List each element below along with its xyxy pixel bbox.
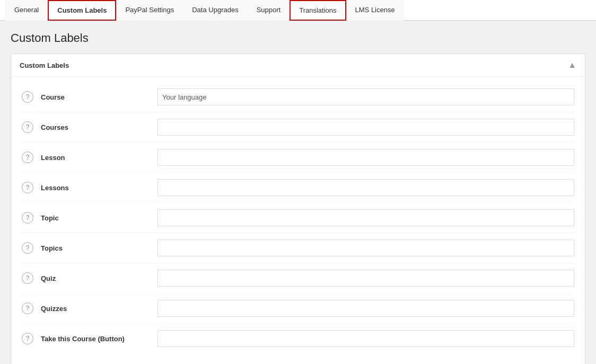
help-icon-lesson[interactable]: ? <box>22 152 33 163</box>
form-row: ?Lessons <box>22 173 574 203</box>
form-row: ?Course <box>22 82 574 112</box>
form-row: ?Topic <box>22 203 574 233</box>
tab-custom-labels[interactable]: Custom Labels <box>48 0 116 21</box>
help-icon-topic[interactable]: ? <box>22 212 33 224</box>
panel-title: Custom Labels <box>20 61 69 69</box>
panel-body: ?Course?Courses?Lesson?Lessons?Topic?Top… <box>11 77 585 364</box>
custom-labels-panel: Custom Labels ▲ ?Course?Courses?Lesson?L… <box>11 54 585 364</box>
form-row: ?Lesson <box>22 143 574 173</box>
help-icon-lessons[interactable]: ? <box>22 182 33 193</box>
form-row: ?Courses <box>22 112 574 143</box>
form-row: ?Quizzes <box>22 294 574 324</box>
collapse-icon[interactable]: ▲ <box>568 60 576 70</box>
form-row: ?Topics <box>22 233 574 263</box>
input-course[interactable] <box>157 88 574 105</box>
tab-data-upgrades[interactable]: Data Upgrades <box>183 0 247 21</box>
label-course: Course <box>41 93 157 101</box>
help-icon-quizzes[interactable]: ? <box>22 303 33 314</box>
input-topic[interactable] <box>157 209 574 226</box>
label-take-this-course: Take this Course (Button) <box>41 335 157 343</box>
page-title: Custom Labels <box>11 31 585 45</box>
help-icon-courses[interactable]: ? <box>22 121 33 133</box>
form-row: ?Quiz <box>22 263 574 294</box>
tab-paypal-settings[interactable]: PayPal Settings <box>116 0 183 21</box>
label-quizzes: Quizzes <box>41 305 157 313</box>
help-icon-course[interactable]: ? <box>22 91 33 103</box>
input-topics[interactable] <box>157 239 574 256</box>
input-quiz[interactable] <box>157 270 574 287</box>
help-icon-take-this-course[interactable]: ? <box>22 333 33 344</box>
page-content: Custom Labels Custom Labels ▲ ?Course?Co… <box>0 21 596 364</box>
tabs-bar: GeneralCustom LabelsPayPal SettingsData … <box>0 0 596 21</box>
label-lessons: Lessons <box>41 184 157 192</box>
label-topics: Topics <box>41 244 157 252</box>
tab-support[interactable]: Support <box>248 0 290 21</box>
input-take-this-course[interactable] <box>157 330 574 347</box>
tab-lms-license[interactable]: LMS License <box>346 0 404 21</box>
panel-header: Custom Labels ▲ <box>11 54 585 77</box>
label-quiz: Quiz <box>41 274 157 282</box>
label-topic: Topic <box>41 214 157 222</box>
input-quizzes[interactable] <box>157 300 574 317</box>
form-row: ?Take this Course (Button) <box>22 324 574 353</box>
input-courses[interactable] <box>157 119 574 136</box>
tab-translations[interactable]: Translations <box>290 0 346 21</box>
input-lesson[interactable] <box>157 149 574 166</box>
label-lesson: Lesson <box>41 154 157 162</box>
help-icon-quiz[interactable]: ? <box>22 272 33 284</box>
input-lessons[interactable] <box>157 179 574 196</box>
label-courses: Courses <box>41 123 157 131</box>
help-icon-topics[interactable]: ? <box>22 242 33 254</box>
tab-general[interactable]: General <box>5 0 48 21</box>
